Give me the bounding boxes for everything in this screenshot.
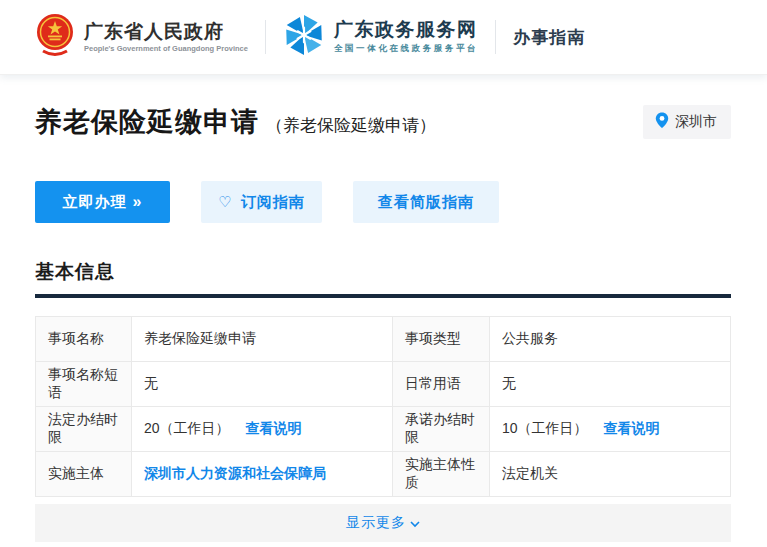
section-title-basic-info: 基本信息: [35, 259, 731, 285]
portal-subtitle: 全国一体化在线政务服务平台: [334, 43, 478, 55]
row-label: 法定办结时限: [36, 407, 132, 452]
divider: [495, 20, 496, 54]
double-arrow-icon: »: [133, 193, 143, 211]
row-value: 无: [490, 362, 731, 407]
subscribe-guide-button[interactable]: ♡ 订阅指南: [201, 181, 322, 223]
row-label: 事项名称: [36, 317, 132, 362]
national-emblem-icon: [35, 11, 75, 63]
page-title: 养老保险延缴申请: [35, 104, 259, 140]
portal-logo[interactable]: 广东政务服务网 全国一体化在线政务服务平台: [283, 14, 478, 60]
page-subtitle: （养老保险延缴申请）: [266, 114, 436, 137]
row-value: 公共服务: [490, 317, 731, 362]
show-more-button[interactable]: 显示更多: [35, 504, 731, 542]
row-label: 日常用语: [393, 362, 490, 407]
basic-info-table: 事项名称 养老保险延缴申请 事项类型 公共服务 事项名称短语 无 日常用语 无 …: [35, 316, 731, 497]
table-row: 实施主体 深圳市人力资源和社会保障局 实施主体性质 法定机关: [36, 452, 731, 497]
apply-now-button[interactable]: 立即办理 »: [35, 181, 170, 223]
row-value: 养老保险延缴申请: [132, 317, 393, 362]
view-explanation-link[interactable]: 查看说明: [246, 420, 302, 436]
city-selector[interactable]: 深圳市: [643, 105, 731, 139]
gov-logo[interactable]: 广东省人民政府 People's Government of Guangdong…: [35, 11, 248, 63]
row-label: 承诺办结时限: [393, 407, 490, 452]
implementing-agency-link[interactable]: 深圳市人力资源和社会保障局: [144, 465, 326, 481]
row-value: 20（工作日）查看说明: [132, 407, 393, 452]
gov-subtitle: People's Government of Guangdong Provinc…: [84, 44, 248, 53]
table-row: 事项名称短语 无 日常用语 无: [36, 362, 731, 407]
portal-title: 广东政务服务网: [334, 19, 478, 41]
view-explanation-link[interactable]: 查看说明: [604, 420, 660, 436]
section-underline-bar: [35, 294, 731, 298]
portal-pinwheel-icon: [283, 14, 325, 60]
table-row: 事项名称 养老保险延缴申请 事项类型 公共服务: [36, 317, 731, 362]
heart-icon: ♡: [218, 193, 232, 211]
row-value: 无: [132, 362, 393, 407]
row-value: 10（工作日）查看说明: [490, 407, 731, 452]
nav-guide-label[interactable]: 办事指南: [513, 26, 585, 49]
row-value: 深圳市人力资源和社会保障局: [132, 452, 393, 497]
row-label: 事项名称短语: [36, 362, 132, 407]
top-header: 广东省人民政府 People's Government of Guangdong…: [0, 0, 767, 75]
row-label: 事项类型: [393, 317, 490, 362]
location-pin-icon: [655, 112, 669, 132]
simple-guide-button[interactable]: 查看简版指南: [353, 181, 499, 223]
row-value: 法定机关: [490, 452, 731, 497]
chevron-down-icon: [410, 515, 420, 531]
divider: [265, 20, 266, 54]
gov-title: 广东省人民政府: [84, 21, 248, 43]
row-label: 实施主体性质: [393, 452, 490, 497]
row-label: 实施主体: [36, 452, 132, 497]
table-row: 法定办结时限 20（工作日）查看说明 承诺办结时限 10（工作日）查看说明: [36, 407, 731, 452]
city-label: 深圳市: [675, 113, 717, 131]
main-content: 养老保险延缴申请 （养老保险延缴申请） 深圳市 立即办理 » ♡ 订阅指南 查看…: [0, 104, 767, 542]
